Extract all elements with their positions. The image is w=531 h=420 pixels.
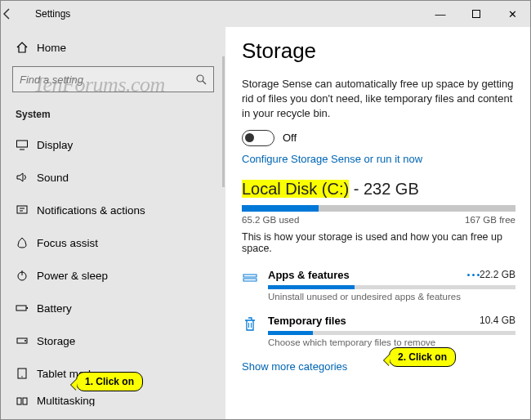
sidebar-section-label: System (1, 99, 225, 128)
sidebar-item-sound[interactable]: Sound (1, 161, 225, 194)
sidebar-item-label: Storage (37, 335, 75, 347)
storage-icon (16, 334, 37, 347)
sidebar-item-storage[interactable]: Storage (1, 324, 225, 357)
svg-rect-0 (473, 11, 480, 18)
sidebar-item-label: Battery (37, 302, 72, 315)
sidebar-item-label: Sound (37, 172, 69, 184)
search-icon (195, 74, 207, 85)
sidebar-home-label: Home (37, 42, 66, 54)
sidebar-item-battery[interactable]: Battery (1, 292, 225, 324)
window-title: Settings (35, 8, 70, 20)
svg-point-15 (21, 376, 22, 377)
configure-storage-sense-link[interactable]: Configure Storage Sense or run it now (242, 153, 515, 165)
category-name: Temporary files (268, 315, 480, 327)
disk-name: Local Disk (C:) (242, 180, 349, 198)
disk-title: Local Disk (C:) - 232 GB (242, 180, 515, 199)
loading-indicator (467, 274, 480, 276)
titlebar: Settings — ✕ (1, 1, 530, 27)
focus-assist-icon (16, 236, 37, 249)
disk-separator: - (354, 180, 364, 198)
storage-sense-description: Storage Sense can automatically free up … (242, 77, 515, 122)
svg-rect-11 (27, 307, 29, 309)
annotation-callout-1: 1. Click on (76, 372, 143, 391)
close-button[interactable]: ✕ (494, 1, 530, 27)
svg-rect-19 (243, 279, 257, 281)
svg-rect-10 (16, 306, 26, 311)
category-temporary-files[interactable]: Temporary files 10.4 GB Choose which tem… (242, 310, 515, 355)
toggle-label: Off (283, 132, 297, 144)
trash-icon (242, 315, 268, 333)
category-hint: Choose which temporary files to remove (268, 337, 515, 347)
notifications-icon (16, 203, 37, 217)
disk-free-label: 167 GB free (465, 215, 515, 225)
storage-sense-toggle[interactable] (242, 130, 274, 146)
category-size: 22.2 GB (480, 269, 515, 280)
multitasking-icon (16, 395, 37, 406)
power-icon (16, 269, 37, 282)
annotation-callout-2: 2. Click on (389, 347, 456, 367)
search-input[interactable] (20, 74, 195, 86)
svg-rect-3 (17, 141, 28, 147)
sidebar-item-label: Display (37, 139, 73, 151)
sound-icon (16, 171, 37, 184)
sidebar-item-power-sleep[interactable]: Power & sleep (1, 259, 225, 292)
category-bar (268, 285, 515, 289)
usage-description: This is how your storage is used and how… (242, 231, 515, 254)
svg-point-1 (197, 75, 203, 82)
scrollbar-thumb[interactable] (222, 56, 225, 187)
tablet-icon (16, 367, 37, 380)
category-name: Apps & features (268, 269, 459, 281)
sidebar-item-focus-assist[interactable]: Focus assist (1, 226, 225, 259)
disk-used-label: 65.2 GB used (242, 215, 299, 225)
sidebar-home[interactable]: Home (1, 32, 225, 63)
disk-usage-bar (242, 205, 515, 212)
sidebar-item-label: Notifications & actions (37, 204, 145, 217)
sidebar-item-display[interactable]: Display (1, 128, 225, 161)
category-size: 10.4 GB (480, 315, 515, 326)
svg-rect-18 (243, 275, 257, 277)
sidebar-item-label: Focus assist (37, 237, 98, 249)
home-icon (16, 41, 37, 54)
sidebar-item-notifications[interactable]: Notifications & actions (1, 194, 225, 226)
category-hint: Uninstall unused or undesired apps & fea… (268, 292, 515, 302)
apps-icon (242, 269, 268, 287)
disk-total: 232 GB (364, 180, 419, 198)
back-button[interactable] (1, 7, 35, 20)
battery-icon (16, 302, 37, 315)
sidebar: Home System Display Sound Notifications … (1, 27, 225, 419)
page-heading: Storage (242, 38, 515, 64)
category-bar (268, 331, 515, 335)
category-apps-features[interactable]: Apps & features 22.2 GB Uninstall unused… (242, 264, 515, 310)
svg-line-2 (203, 81, 206, 84)
svg-point-13 (25, 340, 26, 342)
display-icon (16, 138, 37, 151)
svg-rect-5 (17, 206, 27, 213)
svg-rect-16 (17, 398, 21, 404)
sidebar-item-multitasking[interactable]: Multitasking (1, 390, 225, 406)
sidebar-item-label: Power & sleep (37, 270, 108, 282)
disk-usage-fill (242, 205, 319, 212)
search-box[interactable] (12, 66, 214, 92)
maximize-button[interactable] (458, 1, 494, 27)
svg-rect-17 (23, 398, 27, 404)
minimize-button[interactable]: — (422, 1, 458, 27)
sidebar-item-label: Multitasking (37, 395, 95, 406)
